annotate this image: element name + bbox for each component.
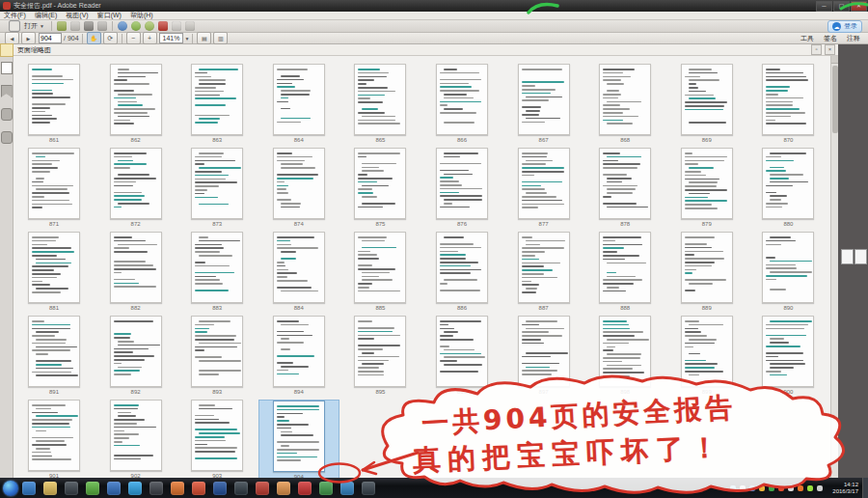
- taskbar-app-icon-3[interactable]: [65, 482, 78, 495]
- tray-icon-5[interactable]: [769, 485, 774, 491]
- share-globe-icon[interactable]: [118, 21, 127, 31]
- tray-icon-9[interactable]: [807, 485, 813, 491]
- export-doc-icon[interactable]: [172, 21, 181, 31]
- select-tool-button[interactable]: ⟳: [103, 32, 118, 44]
- page-thumbnail-889[interactable]: 889: [666, 232, 747, 313]
- taskbar-app-icon-11[interactable]: [234, 482, 248, 495]
- page-thumbnail-904[interactable]: 904: [258, 400, 339, 478]
- tab-tools[interactable]: 工具: [800, 34, 814, 43]
- taskbar-app-icon-4[interactable]: [86, 482, 99, 495]
- show-desktop-button[interactable]: [862, 478, 868, 498]
- page-thumbnail-874[interactable]: 874: [258, 148, 339, 229]
- panel-scrollbar[interactable]: [830, 56, 838, 478]
- zoom-in-button[interactable]: +: [143, 32, 157, 44]
- page-thumbnail-887[interactable]: 887: [503, 232, 584, 313]
- page-thumbnail-877[interactable]: 877: [503, 148, 584, 229]
- page-thumbnail-896[interactable]: 896: [421, 316, 502, 397]
- menu-item-view[interactable]: 视图(V): [66, 11, 88, 20]
- tray-icon-1[interactable]: [730, 485, 736, 491]
- page-thumbnail-888[interactable]: 888: [584, 232, 665, 313]
- menu-item-window[interactable]: 窗口(W): [97, 11, 122, 20]
- taskbar-app-icon-6[interactable]: [128, 482, 142, 495]
- page-thumbnail-866[interactable]: 866: [421, 64, 502, 145]
- page-thumbnail-867[interactable]: 867: [503, 64, 584, 145]
- taskbar-app-icon-5[interactable]: [107, 482, 121, 495]
- page-thumbnail-869[interactable]: 869: [666, 64, 747, 145]
- page-thumbnails-icon[interactable]: [1, 62, 13, 74]
- tray-icon-8[interactable]: [798, 485, 803, 491]
- page-thumbnail-890[interactable]: 890: [747, 232, 828, 313]
- taskbar-app-icon-2[interactable]: [43, 482, 57, 495]
- page-thumbnail-876[interactable]: 876: [421, 148, 502, 229]
- taskbar-app-icon-1[interactable]: [22, 482, 36, 495]
- tray-icon-7[interactable]: [788, 485, 794, 491]
- form-doc-icon[interactable]: [185, 21, 195, 31]
- fit-page-button[interactable]: ▤: [197, 32, 211, 44]
- page-thumbnail-879[interactable]: 879: [666, 148, 747, 229]
- scrollbar-thumb[interactable]: [832, 66, 838, 133]
- page-thumbnail-861[interactable]: 861: [14, 64, 95, 145]
- page-thumbnail-901[interactable]: 901: [14, 400, 95, 478]
- open-file-button[interactable]: 打开 ▼: [3, 20, 48, 33]
- page-thumbnail-886[interactable]: 886: [421, 232, 502, 313]
- page-thumbnail-882[interactable]: 882: [95, 232, 176, 313]
- page-thumbnail-885[interactable]: 885: [339, 232, 420, 313]
- tray-icon-2[interactable]: [740, 485, 746, 491]
- page-thumbnail-881[interactable]: 881: [14, 232, 95, 313]
- panel-close-button[interactable]: ×: [825, 44, 835, 55]
- sign-in-button[interactable]: ☁ 登录: [827, 20, 862, 33]
- taskbar-app-icon-13[interactable]: [277, 482, 290, 495]
- page-thumbnail-897[interactable]: 897: [503, 316, 584, 397]
- page-thumbnail-898[interactable]: 898: [584, 316, 665, 397]
- taskbar-app-icon-14[interactable]: [298, 482, 312, 495]
- taskbar-app-icon-7[interactable]: [149, 482, 163, 495]
- comment-list-icon[interactable]: [145, 21, 154, 31]
- page-thumbnail-903[interactable]: 903: [176, 400, 258, 478]
- taskbar-app-icon-10[interactable]: [213, 482, 227, 495]
- page-thumbnail-895[interactable]: 895: [339, 316, 420, 397]
- taskbar-app-icon-17[interactable]: [362, 482, 375, 495]
- bookmarks-icon[interactable]: [1, 85, 13, 97]
- two-page-view-button[interactable]: ▥: [213, 32, 228, 44]
- page-thumbnail-883[interactable]: 883: [176, 232, 258, 313]
- page-thumbnail-873[interactable]: 873: [176, 148, 258, 229]
- page-thumbnail-864[interactable]: 864: [258, 64, 339, 145]
- menu-item-edit[interactable]: 编辑(E): [35, 11, 57, 20]
- page-thumbnail-878[interactable]: 878: [584, 148, 665, 229]
- open-folder-icon[interactable]: [57, 21, 67, 31]
- hand-tool-button[interactable]: ✋: [87, 32, 101, 44]
- close-button[interactable]: ✕: [851, 1, 867, 12]
- tray-icon-10[interactable]: [817, 485, 823, 491]
- panel-menu-button[interactable]: ▫: [811, 44, 822, 55]
- page-thumbnail-893[interactable]: 893: [176, 316, 258, 397]
- tray-icon-3[interactable]: [749, 485, 755, 491]
- page-thumbnail-871[interactable]: 871: [14, 148, 95, 229]
- start-button[interactable]: [3, 481, 18, 496]
- attachments-icon[interactable]: [1, 108, 13, 121]
- zoom-dropdown-icon[interactable]: ▼: [184, 36, 189, 42]
- taskbar-app-icon-9[interactable]: [192, 482, 205, 495]
- minimize-button[interactable]: ─: [816, 1, 832, 12]
- tab-sign[interactable]: 签名: [824, 34, 837, 43]
- comment-icon[interactable]: [131, 21, 141, 31]
- tray-icon-6[interactable]: [778, 485, 784, 491]
- tab-comment[interactable]: 注释: [847, 34, 860, 43]
- page-thumbnail-894[interactable]: 894: [258, 316, 339, 397]
- taskbar-app-icon-12[interactable]: [256, 482, 269, 495]
- signatures-icon[interactable]: [1, 131, 13, 144]
- page-thumbnail-862[interactable]: 862: [95, 64, 176, 145]
- zoom-level-value[interactable]: 141%: [159, 33, 184, 43]
- taskbar-app-icon-8[interactable]: [171, 482, 184, 495]
- next-page-button[interactable]: ▶: [21, 32, 36, 44]
- page-thumbnail-875[interactable]: 875: [339, 148, 420, 229]
- page-thumbnail-891[interactable]: 891: [14, 316, 95, 397]
- page-thumbnail-902[interactable]: 902: [95, 400, 176, 478]
- page-number-input[interactable]: [39, 33, 62, 43]
- email-icon[interactable]: [97, 21, 107, 31]
- page-thumbnail-863[interactable]: 863: [176, 64, 258, 145]
- page-thumbnail-884[interactable]: 884: [258, 232, 339, 313]
- zoom-out-button[interactable]: −: [126, 32, 141, 44]
- page-thumbnail-872[interactable]: 872: [95, 148, 176, 229]
- page-thumbnail-899[interactable]: 899: [666, 316, 747, 397]
- maximize-button[interactable]: ▢: [833, 1, 850, 12]
